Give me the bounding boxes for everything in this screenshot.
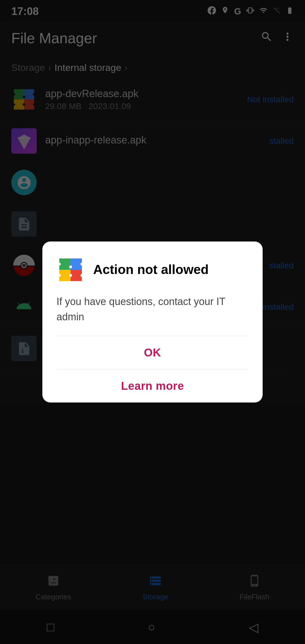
dialog-icon [56,256,85,284]
dialog-body: If you have questions, contact your IT a… [56,294,249,325]
dialog-header: Action not allowed [56,256,249,284]
dialog-learn-more-button[interactable]: Learn more [56,369,249,402]
dialog: Action not allowed If you have questions… [42,242,263,402]
overlay[interactable]: Action not allowed If you have questions… [0,0,305,644]
dialog-ok-button[interactable]: OK [56,336,249,369]
dialog-title: Action not allowed [93,262,209,277]
